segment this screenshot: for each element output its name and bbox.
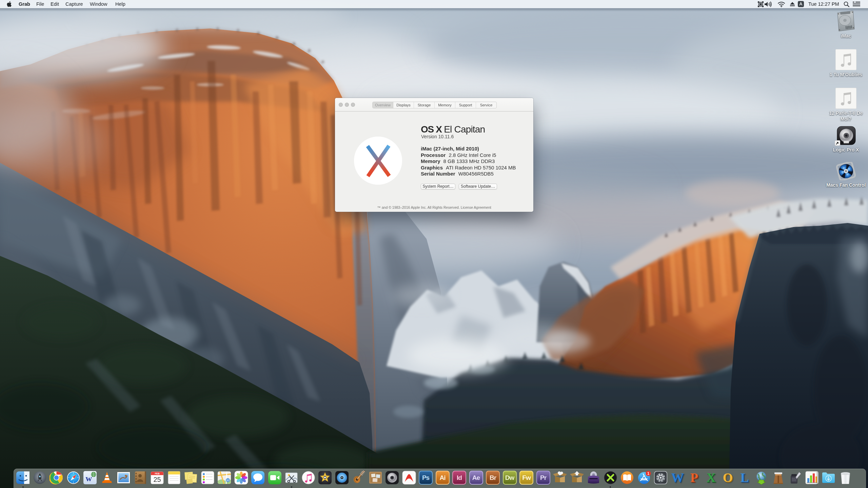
svg-text:1: 1 <box>647 471 649 475</box>
svg-text:3D: 3D <box>226 479 230 482</box>
svg-text:FEB: FEB <box>155 472 160 475</box>
svg-text:25: 25 <box>153 476 161 483</box>
